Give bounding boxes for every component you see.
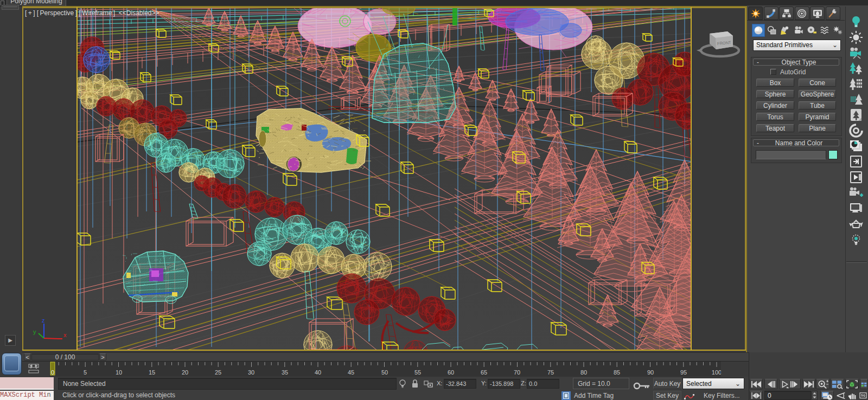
svg-text:55: 55	[414, 369, 421, 376]
svg-text:z: z	[42, 317, 45, 324]
svg-text:20: 20	[182, 369, 188, 376]
svg-text:90: 90	[647, 369, 654, 376]
svg-text:80: 80	[580, 369, 587, 376]
svg-text:40: 40	[315, 369, 321, 376]
svg-text:50: 50	[381, 369, 388, 376]
svg-text:30: 30	[248, 369, 254, 376]
svg-text:75: 75	[547, 369, 554, 376]
svg-text:60: 60	[448, 369, 454, 376]
svg-text:95: 95	[680, 369, 687, 376]
svg-text:10: 10	[116, 369, 122, 376]
svg-text:y: y	[33, 328, 36, 335]
svg-text:35: 35	[282, 369, 288, 376]
svg-text:5: 5	[84, 369, 87, 376]
svg-text:65: 65	[481, 369, 487, 376]
svg-text:25: 25	[215, 369, 221, 376]
svg-text:70: 70	[514, 369, 520, 376]
svg-text:15: 15	[149, 369, 155, 376]
svg-text:45: 45	[348, 369, 354, 376]
svg-text:x: x	[63, 332, 67, 338]
svg-text:85: 85	[614, 369, 620, 376]
svg-text:100: 100	[712, 369, 722, 376]
svg-text:0: 0	[51, 369, 54, 376]
